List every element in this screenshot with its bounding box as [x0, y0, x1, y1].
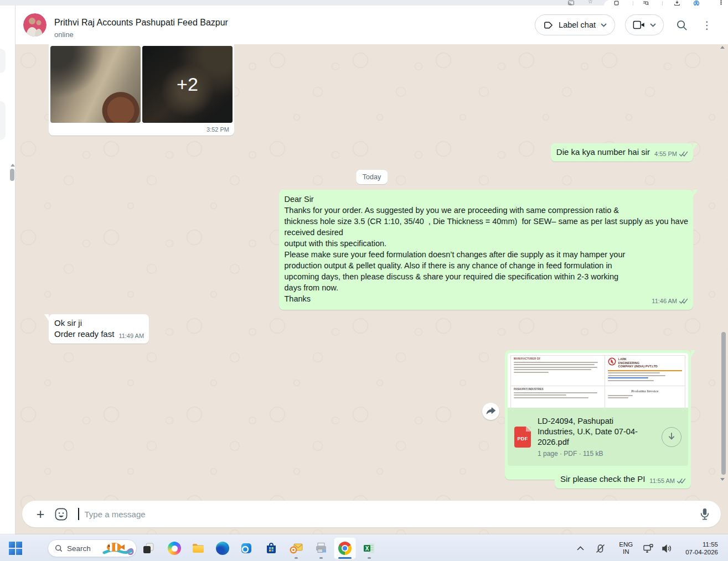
message-time: 11:46 AM: [652, 295, 677, 307]
chat-scroll-up-arrow[interactable]: [720, 46, 725, 49]
message-bubble-outgoing[interactable]: Sir please check the PI 11:55 AM: [555, 470, 691, 489]
video-camera-icon: [633, 20, 645, 30]
microphone-icon: [699, 507, 711, 521]
toolbar-separator: [633, 1, 633, 6]
printer-button[interactable]: [310, 537, 332, 559]
chat-menu-button[interactable]: ⋮: [699, 17, 715, 33]
language-code: ENG: [619, 541, 633, 548]
outlook-classic-button[interactable]: [285, 537, 307, 559]
chat-header: Prithvi Raj Accounts Pashupati Feed Bazp…: [16, 6, 728, 44]
date-divider: Today: [356, 170, 388, 184]
copilot-button[interactable]: [163, 537, 185, 559]
windows-logo-icon: [9, 542, 22, 555]
browser-toolbar-tail: [604, 0, 728, 6]
voice-message-button[interactable]: [699, 507, 711, 521]
edge-button[interactable]: [211, 537, 234, 559]
tray-volume[interactable]: [657, 537, 677, 559]
video-call-button[interactable]: [625, 14, 664, 35]
message-text: Dear Sir Thanks for your order. As sugge…: [285, 194, 689, 305]
more-photos-overlay[interactable]: +2: [142, 46, 233, 123]
tray-language-switcher[interactable]: ENG IN: [612, 537, 639, 559]
running-indicator: [368, 557, 371, 559]
tray-clock[interactable]: 11:55 07-04-2026: [677, 537, 724, 559]
contact-avatar[interactable]: [23, 13, 47, 37]
chevron-down-icon: [601, 23, 607, 27]
svg-text:X: X: [365, 546, 369, 552]
excel-button[interactable]: X: [358, 537, 380, 559]
message-input[interactable]: [85, 510, 694, 519]
pdf-preview[interactable]: MANUFACTURER OF LARK ENGINEERING COMPANY…: [508, 353, 688, 408]
chat-scroll-down-arrow[interactable]: [720, 478, 725, 481]
chat-scrollbar-thumb[interactable]: [721, 332, 726, 475]
clock-time: 11:55: [685, 541, 718, 548]
tray-network[interactable]: [639, 537, 657, 559]
chatlist-scroll-up-arrow[interactable]: [11, 164, 15, 167]
attach-plus-button[interactable]: +: [32, 507, 49, 521]
outlook-classic-icon: [289, 542, 303, 555]
bookmark-star-icon[interactable]: ☆: [588, 0, 593, 4]
file-explorer-button[interactable]: [187, 537, 209, 559]
browser-toolbar-strip: ☆: [0, 0, 728, 6]
preview-party-name: PASHUPATI INDUSTRIES: [514, 388, 602, 391]
copilot-icon: [168, 542, 181, 555]
tab-search-icon[interactable]: [643, 1, 649, 6]
search-icon: [676, 19, 688, 31]
photo-thumbnail-1[interactable]: [50, 46, 141, 123]
language-region: IN: [619, 548, 633, 555]
delivered-ticks-icon: [679, 298, 688, 304]
message-bubble-outgoing[interactable]: Die ka kya number hai sir 4:55 PM: [551, 143, 693, 162]
cast-icon[interactable]: [568, 1, 574, 6]
pdf-message-bubble[interactable]: MANUFACTURER OF LARK ENGINEERING COMPANY…: [505, 350, 691, 480]
delivered-ticks-icon: [679, 151, 688, 157]
tray-chevron-up[interactable]: [572, 537, 588, 559]
preview-doc-title: Proforma Invoice: [608, 389, 682, 393]
search-in-chat-button[interactable]: [674, 17, 689, 33]
network-icon: [643, 543, 654, 553]
download-button[interactable]: [662, 427, 681, 447]
chatlist-scrollbar-thumb[interactable]: [10, 169, 14, 181]
label-tag-icon: [543, 20, 554, 30]
browser-profile-icon[interactable]: [694, 1, 699, 6]
chevron-up-icon: [577, 546, 584, 550]
chatlist-item-partial[interactable]: [0, 49, 6, 73]
start-button[interactable]: [4, 537, 27, 559]
pdf-filename: LD-24094, Pashupati Industries, U.K, Dat…: [538, 416, 651, 448]
chatlist-item-partial[interactable]: [0, 101, 6, 140]
clock-date: 07-04-2026: [685, 548, 718, 556]
label-chat-text: Label chat: [559, 20, 596, 29]
running-indicator: [319, 557, 323, 559]
search-highlight-fish-art: [102, 541, 134, 556]
emoji-sticker-button[interactable]: [54, 507, 68, 521]
pdf-file-row[interactable]: PDF LD-24094, Pashupati Industries, U.K,…: [508, 408, 688, 466]
task-view-button[interactable]: [137, 537, 159, 559]
message-composer: +: [22, 501, 721, 527]
file-explorer-icon: [192, 542, 205, 555]
chrome-icon: [338, 542, 352, 555]
photo-thumbnail-2[interactable]: +2: [142, 46, 233, 123]
download-arrow-icon: [667, 432, 676, 441]
message-text: Die ka kya number hai sir: [556, 147, 650, 158]
forward-message-button[interactable]: [482, 403, 499, 420]
ms-store-button[interactable]: [260, 537, 282, 559]
preview-manufacturer-heading: MANUFACTURER OF: [514, 357, 602, 360]
browser-menu-icon[interactable]: [720, 0, 722, 5]
message-bubble-outgoing[interactable]: Dear Sir Thanks for your order. As sugge…: [279, 190, 694, 310]
tray-mouse-disabled[interactable]: [588, 537, 612, 559]
windows-taskbar: Search: [0, 534, 728, 561]
pdf-badge: PDF: [518, 436, 528, 441]
whatsapp-window: Prithvi Raj Accounts Pashupati Feed Bazp…: [0, 6, 728, 534]
message-bubble-incoming[interactable]: Ok sir ji Order ready fast 11:49 AM: [49, 314, 149, 344]
photo-message-bubble[interactable]: +2 3:52 PM: [49, 44, 234, 136]
pdf-file-icon: PDF: [514, 427, 531, 448]
chat-message-area: +2 3:52 PM Die ka kya number hai sir 4:5…: [16, 44, 728, 534]
label-chat-button[interactable]: Label chat: [535, 14, 615, 35]
presence-status: online: [54, 30, 74, 39]
search-icon: [55, 544, 63, 552]
taskbar-search-box[interactable]: Search: [48, 539, 137, 557]
contact-name[interactable]: Prithvi Raj Accounts Pashupati Feed Bazp…: [54, 18, 228, 28]
lark-logo: [608, 357, 616, 366]
tab-square-icon[interactable]: [614, 1, 619, 6]
outlook-new-button[interactable]: [235, 537, 257, 559]
chrome-button-active[interactable]: [334, 537, 356, 559]
download-tray-icon[interactable]: [674, 1, 680, 6]
